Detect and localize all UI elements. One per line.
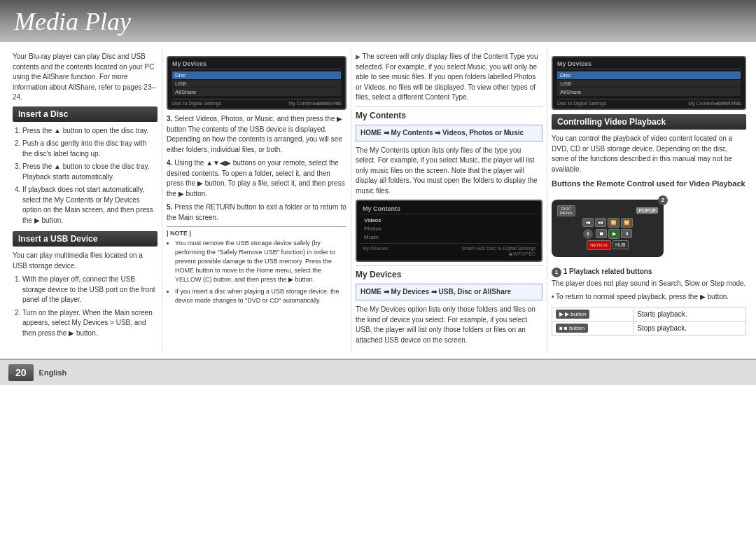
device-screen-top: My Devices Disc USB AllShare Disc to Dig… <box>167 56 346 110</box>
list-item: Push a disc gently into the disc tray wi… <box>22 139 158 159</box>
controlling-header: Controlling Video Playback <box>552 114 746 130</box>
page: Media Play Your Blu-ray player can play … <box>0 0 756 533</box>
remote-row-1: DISCMENU POPUP <box>557 205 658 216</box>
intro-text: Your Blu-ray player can play Disc and US… <box>13 52 158 103</box>
step4-text: 4. Using the ▲▼◀▶ buttons on your remote… <box>167 158 346 199</box>
remote-diagram: DISCMENU POPUP ⏮ ⏭ ⏪ ⏩ 1 ⏹ <box>552 200 664 257</box>
buttons-header: Buttons the Remote Control used for Vide… <box>552 179 746 190</box>
playback-related-header: 1 1 Playback related buttons <box>552 267 746 277</box>
insert-usb-steps: With the player off, connect the USB sto… <box>13 275 158 338</box>
insert-usb-header: Insert a USB Device <box>13 231 158 247</box>
list-item: If playback does not start automatically… <box>22 185 158 226</box>
cs-title: My Contents <box>360 204 538 214</box>
insert-usb-intro: You can play multimedia files located on… <box>13 251 158 271</box>
note-label: | NOTE | <box>167 230 346 237</box>
insert-disc-header: Insert a Disc <box>13 106 158 122</box>
btn2-desc-cell: Stops playback. <box>634 321 746 335</box>
note-list: You must remove the USB storage device s… <box>167 239 346 305</box>
device-logo: ◀ WPS/PBC <box>315 101 342 106</box>
table-row: ▶ ▶ button Starts playback. <box>552 307 746 321</box>
badge-1: 1 <box>583 229 593 239</box>
remote-diagram-wrapper: DISCMENU POPUP ⏮ ⏭ ⏪ ⏩ 1 ⏹ <box>552 195 664 261</box>
cs-item-music: Music <box>363 233 536 241</box>
popup-btn: POPUP <box>636 207 658 214</box>
rew-btn: ⏪ <box>608 218 620 228</box>
cs-items: Videos Photos Music <box>360 216 538 241</box>
pause-btn: ⏸ <box>621 229 632 238</box>
table-row: ■ ■ button Stops playback. <box>552 321 746 335</box>
next-btn: ⏭ <box>595 218 606 227</box>
cs-item-videos: Videos <box>363 216 536 224</box>
cs-logo: ◀ WPS/PBC <box>360 251 538 258</box>
content-area: Your Blu-ray player can play Disc and US… <box>0 42 756 359</box>
list-item: Turn on the player. When the Main screen… <box>22 308 158 339</box>
device-item-allshare: AllShare <box>172 88 341 96</box>
cs-bottom-middle: Smart Hub Disc to Digital Settings <box>462 246 536 251</box>
device-item-usb-r: USB <box>557 80 741 88</box>
step3-text: 3. Select Videos, Photos, or Music, and … <box>167 114 346 155</box>
cs-item-photos: Photos <box>363 225 536 233</box>
list-item: Press the ▲ button to open the disc tray… <box>22 126 158 137</box>
remote-row-play: 1 ⏹ ▶ ⏸ <box>557 229 658 239</box>
my-devices-header: My Devices <box>356 270 542 279</box>
page-header: Media Play <box>0 0 756 42</box>
note-box: | NOTE | You must remove the USB storage… <box>167 226 346 305</box>
column-1: Your Blu-ray player can play Disc and US… <box>8 49 162 352</box>
play-btn: ▶ <box>608 229 620 239</box>
remote-row-transport: ⏮ ⏭ ⏪ ⏩ <box>557 218 658 228</box>
device-screen-title-right: My Devices <box>557 60 741 69</box>
device-item-disc-r: Disc <box>557 71 741 79</box>
column-2: My Devices Disc USB AllShare Disc to Dig… <box>162 49 351 352</box>
column-3: ▶ The screen will only display files of … <box>351 49 547 352</box>
bottom-left: Disc to Digital Settings <box>172 101 221 106</box>
step5-text: 5. Press the RETURN button to exit a fol… <box>167 202 346 223</box>
footer-language: English <box>39 368 67 377</box>
device-screen-right: My Devices Disc USB AllShare Disc to Dig… <box>552 56 746 110</box>
device-screen-title: My Devices <box>172 60 341 69</box>
info-box-devices: HOME ➡ My Devices ➡ USB, Disc or AllShar… <box>356 284 542 300</box>
my-contents-header: My Contents <box>356 111 542 120</box>
playback-body: The player does not play sound in Search… <box>552 279 746 289</box>
screen-note: ▶ The screen will only display files of … <box>356 52 542 103</box>
column-4: My Devices Disc USB AllShare Disc to Dig… <box>547 49 750 352</box>
stop-btn: ⏹ <box>596 229 607 238</box>
device-screen-items-right: Disc USB AllShare <box>557 71 741 96</box>
device-item-usb: USB <box>172 80 341 88</box>
play-button-icon: ▶ ▶ button <box>556 310 589 319</box>
my-contents-screen: My Contents Videos Photos Music My Devic… <box>356 200 542 262</box>
insert-disc-steps: Press the ▲ button to open the disc tray… <box>13 126 158 226</box>
badge-2: 2 <box>658 195 668 205</box>
device-screen-bottom-right: Disc to Digital Settings My Contents Sma… <box>557 99 741 106</box>
btn1-cell: ▶ ▶ button <box>552 307 634 321</box>
page-title: Media Play <box>14 8 131 36</box>
note-item: You must remove the USB storage device s… <box>175 239 346 284</box>
device-item-disc: Disc <box>172 71 341 79</box>
device-screen-items: Disc USB AllShare <box>172 71 341 96</box>
info-box-contents: HOME ➡ My Contents ➡ Videos, Photos or M… <box>356 125 542 141</box>
fwd-btn: ⏩ <box>621 218 633 228</box>
playback-note: • To return to normal speed playback, pr… <box>552 292 746 303</box>
device-item-allshare-r: AllShare <box>557 88 741 96</box>
note-item: If you insert a disc when playing a USB … <box>175 287 346 305</box>
playback-table: ▶ ▶ button Starts playback. ■ ■ button S… <box>552 307 746 335</box>
prev-btn: ⏮ <box>582 218 594 227</box>
page-footer: 20 English <box>0 359 756 385</box>
btn1-desc-cell: Starts playback. <box>634 307 746 321</box>
netflix-btn: NETFLIX <box>587 240 611 250</box>
hub-btn: HUB <box>612 240 629 249</box>
device-logo-right: ◀ WPS/PBC <box>715 101 742 106</box>
cs-bottom-left: My Devices <box>363 246 388 251</box>
list-item: With the player off, connect the USB sto… <box>22 275 158 305</box>
stop-button-icon: ■ ■ button <box>556 324 588 333</box>
list-item: Press the ▲ button to close the disc tra… <box>22 162 158 182</box>
disc-menu-btn: DISCMENU <box>557 205 575 216</box>
remote-row-apps: NETFLIX HUB <box>557 240 658 250</box>
controlling-body: You can control the playback of video co… <box>552 134 746 174</box>
btn2-cell: ■ ■ button <box>552 321 634 335</box>
page-number: 20 <box>8 364 34 381</box>
cs-bottom: My Devices Smart Hub Disc to Digital Set… <box>360 243 538 251</box>
my-devices-body: The My Devices option lists only those f… <box>356 305 542 345</box>
my-contents-body: The My Contents option lists only files … <box>356 146 542 197</box>
